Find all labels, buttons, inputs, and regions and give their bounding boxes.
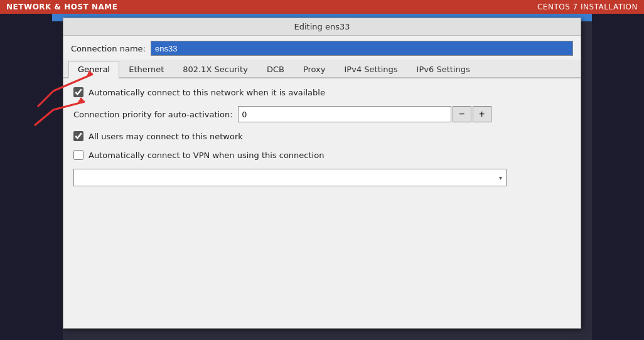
left-sidebar — [0, 14, 63, 340]
priority-increase-button[interactable]: + — [473, 106, 491, 122]
vpn-dropdown[interactable]: ▾ — [73, 169, 507, 186]
header-right-title: CENTOS 7 INSTALLATION — [537, 3, 638, 11]
top-header: NETWORK & HOST NAME CENTOS 7 INSTALLATIO… — [0, 0, 644, 14]
right-sidebar — [592, 14, 644, 340]
vpn-connect-checkbox[interactable] — [73, 150, 83, 160]
tab-general[interactable]: General — [68, 61, 119, 78]
tab-content-general: Automatically connect to this network wh… — [63, 78, 581, 328]
tab-ipv6[interactable]: IPv6 Settings — [407, 61, 480, 78]
dialog: Editing ens33 Connection name: General E… — [63, 18, 581, 329]
tab-ipv4[interactable]: IPv4 Settings — [335, 61, 407, 78]
dialog-titlebar: Editing ens33 — [63, 18, 581, 36]
priority-row: Connection priority for auto-activation:… — [73, 106, 571, 122]
vpn-dropdown-arrow-icon: ▾ — [499, 174, 502, 181]
auto-connect-row: Automatically connect to this network wh… — [73, 87, 571, 97]
vpn-connect-label: Automatically connect to VPN when using … — [89, 151, 324, 160]
auto-connect-checkbox[interactable] — [73, 87, 83, 97]
auto-connect-label: Automatically connect to this network wh… — [89, 88, 325, 97]
connection-name-input[interactable] — [151, 41, 573, 56]
tab-ethernet[interactable]: Ethernet — [119, 61, 173, 78]
all-users-label: All users may connect to this network — [89, 132, 243, 141]
priority-label: Connection priority for auto-activation: — [73, 110, 233, 119]
all-users-row: All users may connect to this network — [73, 131, 571, 141]
connection-name-label: Connection name: — [71, 44, 146, 53]
all-users-checkbox[interactable] — [73, 131, 83, 141]
vpn-connect-row: Automatically connect to VPN when using … — [73, 150, 571, 160]
tab-proxy[interactable]: Proxy — [294, 61, 335, 78]
header-left-title: NETWORK & HOST NAME — [6, 3, 117, 11]
dialog-title: Editing ens33 — [294, 22, 350, 31]
tab-802-1x[interactable]: 802.1X Security — [173, 61, 257, 78]
vpn-dropdown-container: ▾ — [73, 169, 571, 186]
priority-input[interactable] — [238, 106, 451, 122]
priority-input-container: − + — [238, 106, 491, 122]
priority-decrease-button[interactable]: − — [453, 106, 471, 122]
tabs-bar: General Ethernet 802.1X Security DCB Pro… — [63, 60, 581, 78]
connection-name-row: Connection name: — [63, 36, 581, 60]
tab-dcb[interactable]: DCB — [257, 61, 294, 78]
